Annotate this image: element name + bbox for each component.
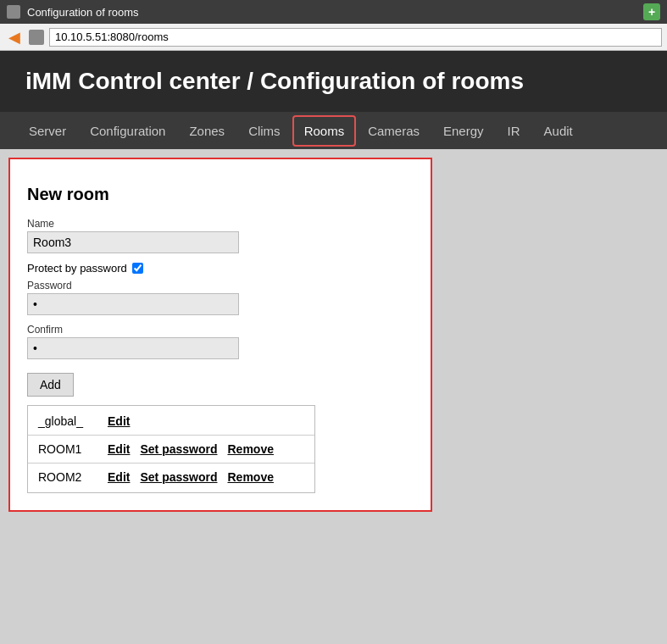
protect-row: Protect by password xyxy=(27,262,414,275)
add-button[interactable]: Add xyxy=(27,373,74,397)
divider xyxy=(28,463,314,464)
nav-server[interactable]: Server xyxy=(17,115,78,147)
edit-link[interactable]: Edit xyxy=(108,470,130,484)
protect-label: Protect by password xyxy=(27,262,127,275)
back-button[interactable]: ◀ xyxy=(5,28,24,47)
main-content: New room Name Protect by password Passwo… xyxy=(0,149,667,573)
nav-zones[interactable]: Zones xyxy=(177,115,236,147)
edit-link[interactable]: Edit xyxy=(108,414,130,428)
nav-ir[interactable]: IR xyxy=(496,115,532,147)
browser-icon xyxy=(7,5,20,19)
title-bar: Configuration of rooms + xyxy=(0,0,667,24)
protect-checkbox[interactable] xyxy=(132,263,143,274)
app-title: iMM Control center / Configuration of ro… xyxy=(25,68,524,94)
nav-cameras[interactable]: Cameras xyxy=(356,115,431,147)
new-tab-button[interactable]: + xyxy=(643,3,660,20)
name-label: Name xyxy=(27,218,414,230)
panel-title: New room xyxy=(27,185,414,204)
nav-clims[interactable]: Clims xyxy=(236,115,292,147)
room-name: ROOM2 xyxy=(38,470,97,484)
confirm-label: Confirm xyxy=(27,324,414,336)
table-row: ROOM2 Edit Set password Remove xyxy=(28,465,314,489)
new-room-panel: New room Name Protect by password Passwo… xyxy=(8,158,432,512)
password-input[interactable] xyxy=(27,293,239,315)
nav-audit[interactable]: Audit xyxy=(532,115,585,147)
table-row: ROOM1 Edit Set password Remove xyxy=(28,437,314,461)
password-label: Password xyxy=(27,280,414,291)
set-password-link[interactable]: Set password xyxy=(140,442,217,456)
divider xyxy=(28,435,314,436)
site-icon xyxy=(29,30,44,45)
title-bar-text: Configuration of rooms xyxy=(27,6,636,19)
address-input[interactable] xyxy=(49,28,662,47)
table-row: _global_ Edit xyxy=(28,409,314,433)
app-header: iMM Control center / Configuration of ro… xyxy=(0,51,667,112)
rooms-table: _global_ Edit ROOM1 Edit Set password Re… xyxy=(27,405,315,493)
nav-rooms[interactable]: Rooms xyxy=(292,115,357,147)
name-input[interactable] xyxy=(27,231,239,253)
room-name: ROOM1 xyxy=(38,442,97,456)
address-bar: ◀ xyxy=(0,24,667,51)
set-password-link[interactable]: Set password xyxy=(140,470,217,484)
remove-link[interactable]: Remove xyxy=(227,442,273,456)
nav-bar: Server Configuration Zones Clims Rooms C… xyxy=(0,112,667,149)
room-name: _global_ xyxy=(38,414,97,428)
nav-energy[interactable]: Energy xyxy=(431,115,496,147)
nav-configuration[interactable]: Configuration xyxy=(78,115,177,147)
edit-link[interactable]: Edit xyxy=(108,442,130,456)
confirm-input[interactable] xyxy=(27,337,239,359)
remove-link[interactable]: Remove xyxy=(227,470,273,484)
